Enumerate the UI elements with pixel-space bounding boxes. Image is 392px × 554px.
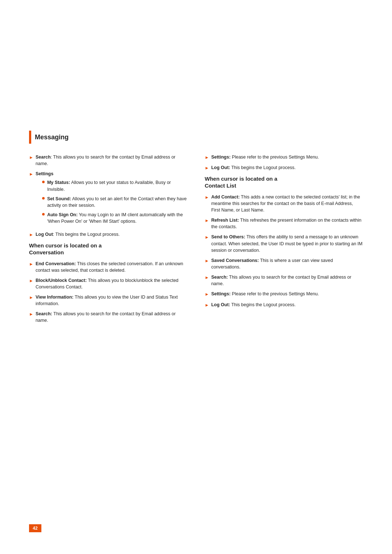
list-item: ► Send to Others: This offers the abilit… bbox=[205, 234, 363, 253]
arrow-icon: ► bbox=[29, 295, 33, 301]
section-title-text: Messaging bbox=[35, 134, 69, 141]
end-conversation-text: End Conversation: This closes the select… bbox=[36, 260, 187, 274]
arrow-icon: ► bbox=[205, 275, 209, 281]
list-item: Auto Sign On: You may Login to an IM cli… bbox=[42, 212, 187, 225]
list-item: ► Settings: Please refer to the previous… bbox=[205, 154, 363, 161]
list-item: ► Log Out: This begins the Logout proces… bbox=[205, 301, 363, 308]
arrow-icon: ► bbox=[29, 278, 33, 284]
search-contact-text: Search: This allows you to search for th… bbox=[211, 274, 363, 287]
arrow-icon: ► bbox=[205, 291, 209, 297]
log-out-contact-text: Log Out: This begins the Logout process. bbox=[211, 301, 296, 308]
arrow-icon: ► bbox=[205, 302, 209, 308]
settings-left-text: Settings My Status: Allows you to set yo… bbox=[36, 171, 187, 227]
search-left-text: Search: This allows you to search for th… bbox=[36, 154, 187, 167]
list-item: ► Settings My Status: Allows you to set … bbox=[29, 171, 187, 227]
view-information-text: View Information: This allows you to vie… bbox=[36, 294, 187, 307]
arrow-icon: ► bbox=[29, 311, 33, 317]
arrow-icon: ► bbox=[205, 194, 209, 201]
list-item: ► Add Contact: This adds a new contact t… bbox=[205, 194, 363, 213]
add-contact-text: Add Contact: This adds a new contact to … bbox=[211, 194, 363, 213]
auto-sign-on-text: Auto Sign On: You may Login to an IM cli… bbox=[47, 212, 187, 225]
list-item: ► Log Out: This begins the Logout proces… bbox=[29, 231, 187, 238]
list-item: My Status: Allows you to set your status… bbox=[42, 179, 187, 192]
search-conversation-text: Search: This allows you to search for th… bbox=[36, 311, 187, 324]
left-column: ► Search: This allows you to search for … bbox=[29, 154, 187, 328]
arrow-icon: ► bbox=[29, 171, 33, 177]
saved-conversations-text: Saved Conversations: This is where a use… bbox=[211, 257, 363, 270]
subsection-heading-conversation: When cursor is located on a Conversation bbox=[29, 242, 187, 256]
log-out-right-top-text: Log Out: This begins the Logout process. bbox=[211, 164, 296, 171]
list-item: ► End Conversation: This closes the sele… bbox=[29, 260, 187, 274]
settings-contact-text: Settings: Please refer to the previous S… bbox=[211, 291, 319, 297]
block-unblock-text: Block/Unblock Contact: This allows you t… bbox=[36, 277, 187, 290]
section-title: Messaging bbox=[29, 131, 363, 144]
orange-bar-icon bbox=[29, 131, 31, 144]
sub-dot-icon bbox=[42, 181, 45, 183]
two-column-layout: ► Search: This allows you to search for … bbox=[29, 154, 363, 328]
arrow-icon: ► bbox=[205, 258, 209, 264]
list-item: ► Block/Unblock Contact: This allows you… bbox=[29, 277, 187, 290]
arrow-icon: ► bbox=[205, 234, 209, 241]
arrow-icon: ► bbox=[29, 155, 33, 161]
list-item: ► Log Out: This begins the Logout proces… bbox=[205, 164, 363, 171]
list-item: ► View Information: This allows you to v… bbox=[29, 294, 187, 307]
sub-dot-icon bbox=[42, 213, 45, 216]
arrow-icon: ► bbox=[29, 232, 33, 238]
list-item: ► Search: This allows you to search for … bbox=[205, 274, 363, 287]
subsection-heading-contact-list: When cursor is located on a Contact List bbox=[205, 175, 363, 189]
sub-bullet-list: My Status: Allows you to set your status… bbox=[42, 179, 187, 225]
right-column: ► Settings: Please refer to the previous… bbox=[205, 154, 363, 328]
arrow-icon: ► bbox=[29, 261, 33, 267]
list-item: ► Search: This allows you to search for … bbox=[29, 311, 187, 324]
refresh-list-text: Refresh List: This refreshes the present… bbox=[211, 217, 363, 230]
arrow-icon: ► bbox=[205, 218, 209, 224]
settings-right-text: Settings: Please refer to the previous S… bbox=[211, 154, 319, 160]
send-to-others-text: Send to Others: This offers the ability … bbox=[211, 234, 363, 253]
list-item: ► Saved Conversations: This is where a u… bbox=[205, 257, 363, 270]
page-number: 42 bbox=[29, 524, 41, 532]
arrow-icon: ► bbox=[205, 155, 209, 161]
sub-dot-icon bbox=[42, 197, 45, 200]
my-status-text: My Status: Allows you to set your status… bbox=[47, 179, 187, 192]
list-item: ► Refresh List: This refreshes the prese… bbox=[205, 217, 363, 230]
set-sound-text: Set Sound: Allows you to set an alert fo… bbox=[47, 196, 187, 209]
arrow-icon: ► bbox=[205, 165, 209, 171]
log-out-left-text: Log Out: This begins the Logout process. bbox=[36, 231, 120, 238]
list-item: ► Search: This allows you to search for … bbox=[29, 154, 187, 167]
page: Messaging ► Search: This allows you to s… bbox=[0, 0, 392, 554]
list-item: Set Sound: Allows you to set an alert fo… bbox=[42, 196, 187, 209]
list-item: ► Settings: Please refer to the previous… bbox=[205, 291, 363, 297]
